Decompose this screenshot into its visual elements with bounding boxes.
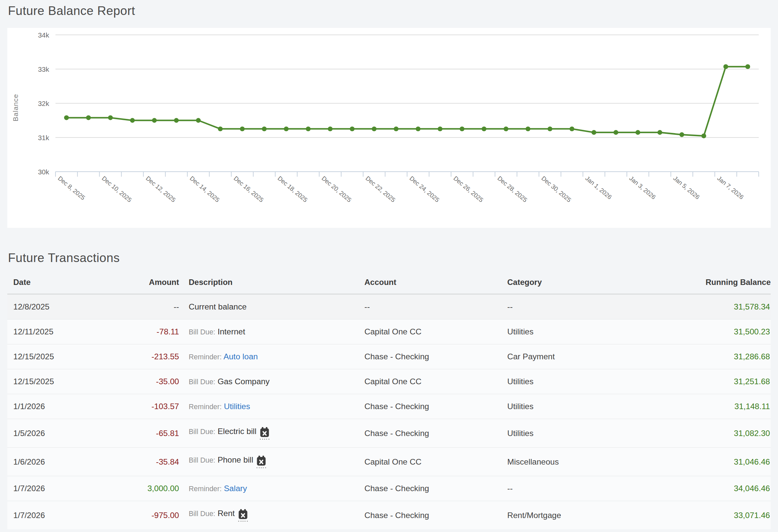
description-prefix: Reminder: [189,485,222,493]
transaction-amount: -975.00 [104,501,179,530]
transaction-description: Reminder: Utilities [179,394,365,419]
amount-value: -103.57 [151,402,179,411]
data-point-marker [657,130,662,135]
col-header-category: Category [507,266,664,294]
transactions-title: Future Transactions [8,251,771,265]
transaction-category: Utilities [507,320,664,344]
transaction-row: 12/15/2025-35.00Bill Due: Gas CompanyCap… [7,369,771,394]
col-header-description: Description [179,266,365,294]
x-tick-label: Dec 18, 2025 [277,175,309,203]
data-point-marker [503,126,508,131]
transaction-date: 12/15/2025 [7,369,104,394]
transaction-running-balance: 31,046.46 [664,448,771,476]
transaction-amount: -65.81 [104,419,179,448]
x-tick-label: Jan 1, 2026 [584,175,613,200]
transaction-row: 1/7/2026-975.00Bill Due: RentChase - Che… [7,501,771,530]
x-tick-label: Dec 10, 2025 [101,175,133,203]
transaction-row: 12/15/2025-213.55Reminder: Auto loanChas… [7,344,771,369]
data-point-marker [64,115,69,120]
description-prefix: Reminder: [189,403,222,411]
x-tick-label: Dec 8, 2025 [57,175,86,201]
data-point-marker [350,126,355,131]
data-point-marker [482,126,486,131]
amount-value: -- [174,302,179,311]
transaction-category: Utilities [507,394,664,419]
x-tick-label: Jan 5, 2026 [672,175,701,200]
transaction-amount: -78.11 [104,320,179,344]
data-point-marker [438,126,443,131]
data-point-marker [679,132,684,137]
transaction-amount: -213.55 [104,344,179,369]
x-tick-label: Dec 14, 2025 [188,175,221,203]
transaction-account: -- [365,294,507,320]
transaction-account: Capital One CC [365,369,507,394]
calendar-x-icon[interactable] [256,456,266,468]
transaction-date: 1/1/2026 [7,394,104,419]
data-point-marker [218,126,223,131]
data-point-marker [196,118,201,122]
transaction-account: Chase - Checking [365,501,507,530]
transaction-amount: -35.84 [104,448,179,476]
transaction-running-balance: 34,046.46 [664,476,771,501]
balance-chart-card: 30k31k32k33k34kBalanceDec 8, 2025Dec 10,… [7,28,771,228]
transaction-account: Capital One CC [365,448,507,476]
x-tick-label: Jan 7, 2026 [716,175,745,200]
transaction-category: Miscellaneous [507,448,664,476]
page: Future Balance Report 30k31k32k33k34kBal… [0,0,778,529]
transaction-category: -- [507,476,664,501]
transaction-running-balance: 33,071.46 [664,501,771,530]
data-point-marker [723,64,728,69]
transaction-description: Bill Due: Phone bill [179,448,365,476]
description-prefix: Bill Due: [189,456,215,464]
transaction-row: 12/8/2025--Current balance----31,578.34 [7,294,771,320]
data-point-marker [86,115,91,120]
calendar-x-icon[interactable] [260,427,269,440]
data-point-marker [130,118,135,122]
transaction-running-balance: 31,500.23 [664,320,771,344]
amount-value: 3,000.00 [148,484,179,493]
transaction-running-balance: 31,251.68 [664,369,771,394]
transaction-account: Chase - Checking [365,419,507,448]
col-header-running-balance: Running Balance [664,266,771,294]
description-prefix: Bill Due: [189,428,215,436]
data-point-marker [569,126,574,131]
description-prefix: Bill Due: [189,328,215,336]
transaction-account: Chase - Checking [365,344,507,369]
reminder-link[interactable]: Utilities [224,402,250,411]
x-tick-label: Dec 30, 2025 [540,175,573,203]
transaction-row: 1/6/2026-35.84Bill Due: Phone billCapita… [7,448,771,476]
x-tick-label: Dec 28, 2025 [496,175,529,203]
transaction-category: Utilities [507,419,664,448]
reminder-link[interactable]: Salary [224,484,247,493]
data-point-marker [701,134,706,138]
data-point-marker [152,118,157,122]
data-point-marker [635,130,640,135]
transaction-date: 1/7/2026 [7,476,104,501]
transaction-amount: 3,000.00 [104,476,179,501]
transaction-account: Capital One CC [365,320,507,344]
balance-line [66,67,748,136]
transaction-date: 1/6/2026 [7,448,104,476]
transaction-category: Rent/Mortgage [507,501,664,530]
amount-value: -213.55 [151,352,179,361]
reminder-link[interactable]: Auto loan [224,352,258,361]
amount-value: -975.00 [151,511,179,520]
transaction-date: 1/5/2026 [7,419,104,448]
y-tick-label: 31k [38,134,49,142]
transaction-description: Bill Due: Rent [179,501,365,530]
transactions-table: Date Amount Description Account Category… [7,266,771,529]
transaction-row: 1/7/20263,000.00Reminder: SalaryChase - … [7,476,771,501]
transaction-amount: -- [104,294,179,320]
description-text: Current balance [189,302,246,311]
data-point-marker [526,126,530,131]
data-point-marker [306,126,311,131]
data-point-marker [284,126,288,131]
transaction-amount: -35.00 [104,369,179,394]
transaction-row: 12/11/2025-78.11Bill Due: InternetCapita… [7,320,771,344]
description-text: Rent [218,509,235,518]
transaction-running-balance: 31,082.30 [664,419,771,448]
calendar-x-icon[interactable] [238,509,248,522]
transaction-row: 1/5/2026-65.81Bill Due: Electric billCha… [7,419,771,448]
x-tick-label: Dec 12, 2025 [145,175,177,203]
transaction-category: Car Payment [507,344,664,369]
